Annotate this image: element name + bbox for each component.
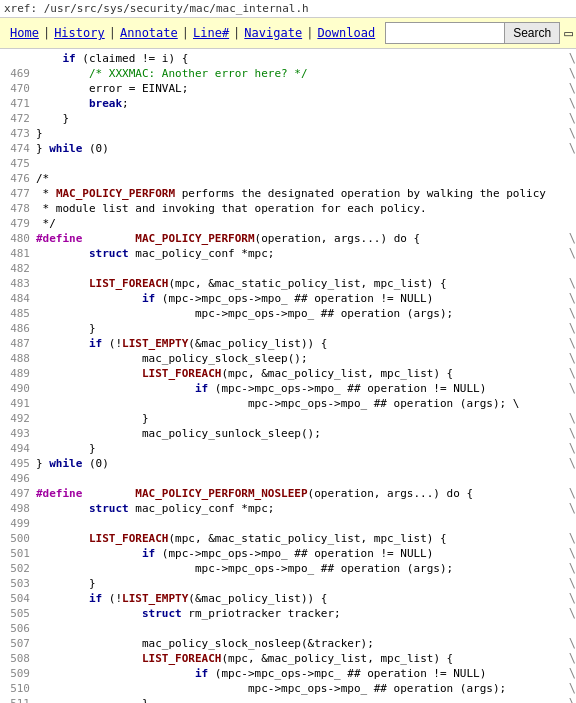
line-continuation: \ [565, 366, 576, 381]
nav-annotate[interactable]: Annotate [116, 26, 182, 40]
line-continuation: \ [565, 81, 576, 96]
line-number: 510 [0, 681, 36, 696]
line-content: mpc->mpc_ops->mpo_ ## operation (args); [36, 561, 565, 576]
table-row: 502 mpc->mpc_ops->mpo_ ## operation (arg… [0, 561, 576, 576]
nav-home[interactable]: Home [6, 26, 43, 40]
line-number: 500 [0, 531, 36, 546]
line-content: LIST_FOREACH(mpc, &mac_policy_list, mpc_… [36, 366, 565, 381]
line-content [36, 156, 576, 171]
line-continuation: \ [565, 576, 576, 591]
table-row: 490 if (mpc->mpc_ops->mpo_ ## operation … [0, 381, 576, 396]
table-row: 471 break;\ [0, 96, 576, 111]
line-continuation: \ [565, 336, 576, 351]
xref-path: xref: /usr/src/sys/security/mac/mac_inte… [4, 2, 309, 15]
line-number: 476 [0, 171, 36, 186]
line-number: 509 [0, 666, 36, 681]
line-continuation: \ [565, 126, 576, 141]
nav-line[interactable]: Line# [189, 26, 233, 40]
nav-bar: Home | History | Annotate | Line# | Navi… [0, 18, 576, 49]
line-number: 480 [0, 231, 36, 246]
line-continuation: \ [565, 636, 576, 651]
table-row: 496 [0, 471, 576, 486]
nav-download[interactable]: Download [313, 26, 379, 40]
table-row: 485 mpc->mpc_ops->mpo_ ## operation (arg… [0, 306, 576, 321]
line-content [36, 261, 576, 276]
line-continuation: \ [565, 51, 576, 66]
line-continuation: \ [565, 66, 576, 81]
line-continuation: \ [565, 501, 576, 516]
table-row: 499 [0, 516, 576, 531]
table-row: 474} while (0)\ [0, 141, 576, 156]
line-number: 511 [0, 696, 36, 703]
table-row: 469 /* XXXMAC: Another error here? */\ [0, 66, 576, 81]
line-continuation: \ [565, 531, 576, 546]
line-continuation: \ [565, 246, 576, 261]
line-number: 486 [0, 321, 36, 336]
line-content: mac_policy_slock_sleep(); [36, 351, 565, 366]
line-content: /* XXXMAC: Another error here? */ [36, 66, 565, 81]
line-content: LIST_FOREACH(mpc, &mac_policy_list, mpc_… [36, 651, 565, 666]
line-content: } [36, 696, 565, 703]
line-continuation: \ [565, 111, 576, 126]
line-continuation: \ [565, 441, 576, 456]
table-row: 508 LIST_FOREACH(mpc, &mac_policy_list, … [0, 651, 576, 666]
table-row: 493 mac_policy_sunlock_sleep();\ [0, 426, 576, 441]
line-number: 499 [0, 516, 36, 531]
nav-history[interactable]: History [50, 26, 109, 40]
line-continuation: \ [565, 666, 576, 681]
table-row: 481 struct mac_policy_conf *mpc;\ [0, 246, 576, 261]
line-number: 478 [0, 201, 36, 216]
table-row: 510 mpc->mpc_ops->mpo_ ## operation (arg… [0, 681, 576, 696]
table-row: 503 }\ [0, 576, 576, 591]
table-row: 509 if (mpc->mpc_ops->mpc_ ## operation … [0, 666, 576, 681]
line-number: 488 [0, 351, 36, 366]
line-number: 477 [0, 186, 36, 201]
line-number: 506 [0, 621, 36, 636]
table-row: 492 }\ [0, 411, 576, 426]
line-number: 507 [0, 636, 36, 651]
table-row: 476/* [0, 171, 576, 186]
line-content: #define MAC_POLICY_PERFORM_NOSLEEP(opera… [36, 486, 565, 501]
expand-icon[interactable]: ▭ [564, 25, 572, 41]
line-continuation: \ [565, 381, 576, 396]
line-content: break; [36, 96, 565, 111]
line-continuation: \ [565, 426, 576, 441]
line-content: struct mac_policy_conf *mpc; [36, 501, 565, 516]
line-content: if (mpc->mpc_ops->mpc_ ## operation != N… [36, 666, 565, 681]
table-row: 483 LIST_FOREACH(mpc, &mac_static_policy… [0, 276, 576, 291]
line-content: } [36, 576, 565, 591]
line-continuation: \ [565, 351, 576, 366]
line-content [36, 516, 576, 531]
line-content: } [36, 126, 565, 141]
line-content: struct mac_policy_conf *mpc; [36, 246, 565, 261]
search-button[interactable]: Search [505, 22, 560, 44]
line-content: mpc->mpc_ops->mpo_ ## operation (args); … [36, 396, 576, 411]
line-continuation: \ [565, 291, 576, 306]
line-number: 495 [0, 456, 36, 471]
line-continuation: \ [565, 96, 576, 111]
line-number: 501 [0, 546, 36, 561]
line-continuation: \ [565, 606, 576, 621]
line-content: if (!LIST_EMPTY(&mac_policy_list)) { [36, 336, 565, 351]
table-row: 472 }\ [0, 111, 576, 126]
line-content: #define MAC_POLICY_PERFORM(operation, ar… [36, 231, 565, 246]
line-content: LIST_FOREACH(mpc, &mac_static_policy_lis… [36, 276, 565, 291]
table-row: if (claimed != i) {\ [0, 51, 576, 66]
line-continuation: \ [565, 276, 576, 291]
table-row: 489 LIST_FOREACH(mpc, &mac_policy_list, … [0, 366, 576, 381]
line-continuation: \ [565, 321, 576, 336]
line-content: } [36, 411, 565, 426]
line-content: } while (0) [36, 141, 565, 156]
line-continuation: \ [565, 651, 576, 666]
search-input[interactable] [385, 22, 505, 44]
line-continuation: \ [565, 591, 576, 606]
nav-navigate[interactable]: Navigate [240, 26, 306, 40]
line-number: 482 [0, 261, 36, 276]
line-content: if (mpc->mpc_ops->mpo_ ## operation != N… [36, 381, 565, 396]
line-content: * MAC_POLICY_PERFORM performs the design… [36, 186, 576, 201]
xref-bar: xref: /usr/src/sys/security/mac/mac_inte… [0, 0, 576, 18]
line-number: 491 [0, 396, 36, 411]
code-area: if (claimed != i) {\469 /* XXXMAC: Anoth… [0, 49, 576, 703]
line-number [0, 51, 36, 66]
line-number: 497 [0, 486, 36, 501]
